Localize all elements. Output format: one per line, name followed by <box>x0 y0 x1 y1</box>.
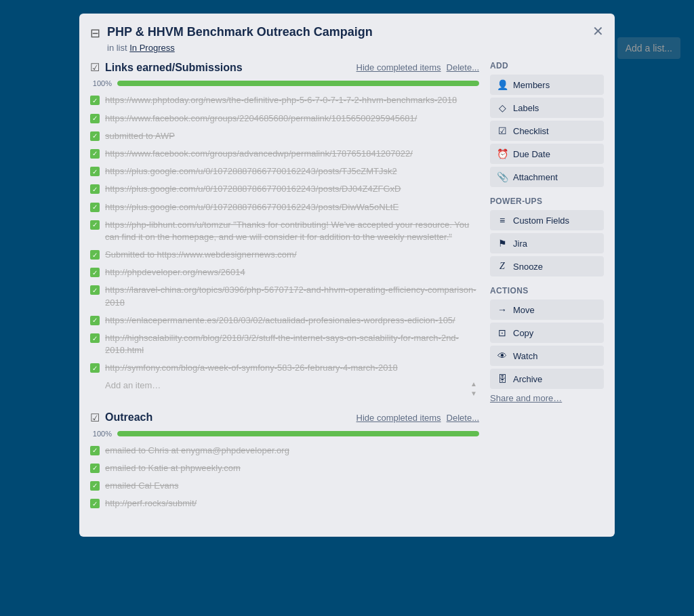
attachment-button[interactable]: 📎 Attachment <box>490 167 604 187</box>
archive-button[interactable]: 🗄 Archive <box>490 369 604 389</box>
add-item-button-1[interactable]: Add an item… <box>100 377 166 393</box>
item-checkbox-10[interactable]: ✓ <box>90 268 100 277</box>
hide-completed-btn-2[interactable]: Hide completed items <box>356 413 441 423</box>
outreach-text-3: emailed Cal Evans <box>105 480 178 492</box>
item-checkbox-13[interactable]: ✓ <box>90 333 100 343</box>
delete-checklist-btn-2[interactable]: Delete... <box>447 413 479 423</box>
outreach-checkbox-1[interactable]: ✓ <box>90 446 100 455</box>
custom-fields-button[interactable]: ≡ Custom Fields <box>490 210 604 230</box>
checklist-links-icon: ☑ <box>90 61 100 74</box>
hide-completed-btn-1[interactable]: Hide completed items <box>356 62 441 73</box>
watch-label: Watch <box>513 351 537 361</box>
card-subtitle: in list In Progress <box>107 43 584 53</box>
move-button[interactable]: → Move <box>490 300 604 320</box>
list-item: ✓ https://www.facebook.com/groups/220468… <box>90 110 479 127</box>
outreach-text-4: http://perf.rocks/submit/ <box>105 497 197 510</box>
add-item-row: Add an item… ▲ ▼ <box>90 377 479 398</box>
list-item: ✓ https://plus.google.com/u/0/1072888786… <box>90 180 479 198</box>
list-item: ✓ emailed to Chris at enygma@phpdevelope… <box>90 442 479 459</box>
list-item: ✓ https://laravel-china.org/topics/8396/… <box>90 281 479 311</box>
checklist-button[interactable]: ☑ Checklist <box>490 121 604 141</box>
checklist-outreach-header: ☑ Outreach Hide completed items Delete..… <box>90 411 479 424</box>
checklist-label: Checklist <box>513 126 549 136</box>
list-item: ✓ emailed to Katie at phpweekly.com <box>90 459 479 477</box>
item-text-1: https://www.phptoday.org/news/the-defini… <box>105 94 457 106</box>
copy-button[interactable]: ⊡ Copy <box>490 323 604 343</box>
list-item: ✓ https://plus.google.com/u/0/1072888786… <box>90 163 479 180</box>
jira-button[interactable]: ⚑ Jira <box>490 233 604 253</box>
item-checkbox-8[interactable]: ✓ <box>90 220 100 230</box>
list-item: ✓ submitted to AWP <box>90 127 479 145</box>
item-text-9: Submitted to https://www.webdesignernews… <box>105 249 297 261</box>
list-item: ✓ http://perf.rocks/submit/ <box>90 495 479 512</box>
custom-fields-label: Custom Fields <box>513 215 569 226</box>
item-checkbox-3[interactable]: ✓ <box>90 131 100 141</box>
item-checkbox-1[interactable]: ✓ <box>90 96 100 105</box>
item-checkbox-14[interactable]: ✓ <box>90 363 100 373</box>
list-item: ✓ https://www.facebook.com/groups/advanc… <box>90 145 479 163</box>
list-item: ✓ https://www.phptoday.org/news/the-defi… <box>90 91 479 109</box>
item-checkbox-9[interactable]: ✓ <box>90 250 100 260</box>
modal-title-content: PHP & HHVM Benchmark Outreach Campaign i… <box>107 24 584 53</box>
outreach-text-2: emailed to Katie at phpweekly.com <box>105 462 241 474</box>
archive-label: Archive <box>513 374 542 384</box>
scroll-up-arrow[interactable]: ▲ <box>468 380 479 388</box>
outreach-checkbox-4[interactable]: ✓ <box>90 499 100 508</box>
item-text-2: https://www.facebook.com/groups/22046856… <box>105 112 417 125</box>
item-checkbox-6[interactable]: ✓ <box>90 184 100 194</box>
members-button[interactable]: 👤 Members <box>490 75 604 95</box>
item-checkbox-11[interactable]: ✓ <box>90 285 100 295</box>
jira-label: Jira <box>513 239 527 249</box>
members-icon: 👤 <box>497 79 508 90</box>
checklist-outreach-title: Outreach <box>105 411 152 424</box>
labels-button[interactable]: ◇ Labels <box>490 98 604 118</box>
item-text-6: https://plus.google.com/u/0/107288878667… <box>105 183 401 195</box>
checklist-links-actions: Hide completed items Delete... <box>356 62 479 73</box>
list-item: ✓ http://symfony.com/blog/a-week-of-symf… <box>90 359 479 377</box>
modal-body: ☑ Links earned/Submissions Hide complete… <box>90 61 604 526</box>
move-icon: → <box>497 304 508 315</box>
watch-button[interactable]: 👁 Watch <box>490 346 604 366</box>
snooze-button[interactable]: Z Snooze <box>490 256 604 276</box>
attachment-icon: 📎 <box>497 171 508 182</box>
due-date-button[interactable]: ⏰ Due Date <box>490 144 604 164</box>
checklist-links-header: ☑ Links earned/Submissions Hide complete… <box>90 61 479 74</box>
snooze-label: Snooze <box>513 262 543 272</box>
card-title-icon: ⊟ <box>90 26 100 41</box>
progress-bar-bg-2 <box>117 431 479 436</box>
item-text-8: https://php-libhunt.com/u/tomzur "Thanks… <box>105 219 479 243</box>
progress-label-1: 100% <box>90 79 112 87</box>
labels-icon: ◇ <box>497 102 508 113</box>
outreach-checkbox-2[interactable]: ✓ <box>90 464 100 473</box>
checklist-links-section: ☑ Links earned/Submissions Hide complete… <box>90 61 479 397</box>
checklist-links-title: Links earned/Submissions <box>105 62 243 74</box>
item-checkbox-5[interactable]: ✓ <box>90 167 100 176</box>
item-checkbox-12[interactable]: ✓ <box>90 316 100 325</box>
scroll-down-arrow[interactable]: ▼ <box>468 390 479 398</box>
item-text-11: https://laravel-china.org/topics/8396/ph… <box>105 284 479 308</box>
custom-fields-icon: ≡ <box>497 215 508 226</box>
copy-label: Copy <box>513 328 533 338</box>
checklist-1-items: ✓ https://www.phptoday.org/news/the-defi… <box>90 91 479 397</box>
item-text-10: http://phpdeveloper.org/news/26014 <box>105 266 245 279</box>
modal-main-content: ☑ Links earned/Submissions Hide complete… <box>90 61 479 526</box>
move-label: Move <box>513 305 535 315</box>
item-checkbox-4[interactable]: ✓ <box>90 149 100 159</box>
subtitle-list-link[interactable]: In Progress <box>129 43 174 53</box>
add-item-placeholder-checkbox <box>90 379 100 388</box>
checklist-1-progress: 100% <box>90 79 479 87</box>
item-text-13: http://highscalability.com/blog/2018/3/2… <box>105 332 479 356</box>
jira-icon: ⚑ <box>497 238 508 249</box>
item-checkbox-7[interactable]: ✓ <box>90 203 100 212</box>
outreach-checkbox-3[interactable]: ✓ <box>90 481 100 491</box>
item-text-4: https://www.facebook.com/groups/advanced… <box>105 148 413 160</box>
checklist-outreach-title-row: ☑ Outreach <box>90 411 152 424</box>
delete-checklist-btn-1[interactable]: Delete... <box>447 62 479 73</box>
outreach-text-1: emailed to Chris at enygma@phpdeveloper.… <box>105 445 289 457</box>
item-checkbox-2[interactable]: ✓ <box>90 114 100 123</box>
modal-close-button[interactable]: ✕ <box>590 22 607 41</box>
share-more-link[interactable]: Share and more… <box>490 393 604 403</box>
item-text-14: http://symfony.com/blog/a-week-of-symfon… <box>105 362 398 374</box>
card-title: PHP & HHVM Benchmark Outreach Campaign <box>107 24 584 40</box>
checklist-icon: ☑ <box>497 125 508 136</box>
